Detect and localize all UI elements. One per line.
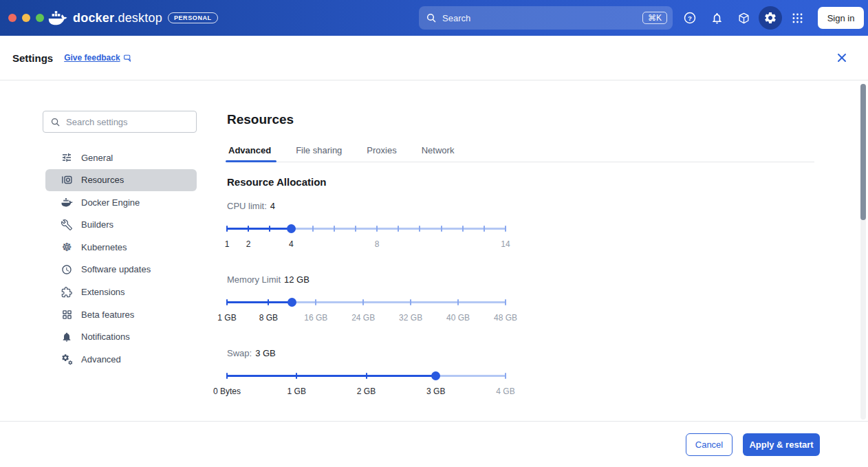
learning-center-icon[interactable]	[732, 6, 755, 30]
sidebar-item-kubernetes[interactable]: ☸ Kubernetes	[45, 236, 197, 258]
puzzle-icon	[61, 286, 73, 298]
slider-thumb[interactable]	[287, 224, 296, 233]
swap-slider[interactable]	[227, 371, 506, 380]
slider-scale-label: 1 GB	[287, 387, 306, 396]
settings-sidebar: General Resources	[0, 80, 220, 421]
page-title: Settings	[12, 52, 53, 64]
sidebar-item-docker-engine[interactable]: Docker Engine	[45, 191, 197, 213]
slider-scale-label: 4 GB	[496, 387, 514, 396]
slider-tick	[505, 299, 506, 305]
window-minimize-button[interactable]	[22, 14, 30, 22]
slider-scale-label: 8 GB	[259, 313, 278, 323]
sidebar-item-notifications[interactable]: Notifications	[45, 326, 197, 348]
help-icon[interactable]: ?	[678, 6, 702, 30]
sidebar-item-advanced[interactable]: Advanced	[45, 348, 197, 370]
slider-tick	[269, 226, 270, 232]
section-title: Resource Allocation	[227, 176, 814, 188]
sidebar-item-beta-features[interactable]: Beta features	[45, 303, 197, 325]
tab-advanced[interactable]: Advanced	[227, 145, 272, 162]
slider-fill	[227, 228, 291, 230]
main-content: Resources Advanced File sharing Proxies …	[227, 80, 814, 395]
window-zoom-button[interactable]	[36, 14, 44, 22]
slider-tick	[366, 373, 367, 379]
tune-icon	[61, 151, 73, 164]
slider-tick	[226, 299, 228, 305]
tab-proxies[interactable]: Proxies	[365, 145, 398, 162]
slider-scale-label: 3 GB	[426, 387, 445, 396]
slider-tick	[505, 373, 506, 379]
slider-tick	[462, 226, 464, 232]
scrollbar-thumb[interactable]	[860, 84, 866, 220]
sidebar-item-software-updates[interactable]: Software updates	[45, 259, 197, 281]
slider-scale-label: 48 GB	[494, 313, 517, 323]
gauge-icon	[61, 174, 73, 186]
resources-title: Resources	[227, 112, 814, 127]
slider-fill	[227, 301, 292, 303]
docker-desktop-logo: docker.desktop PERSONAL	[48, 0, 218, 36]
docker-desktop-window: docker.desktop PERSONAL Search ⌘K ?	[0, 0, 868, 467]
cpu-limit-slider[interactable]	[227, 224, 506, 233]
kubernetes-wheel-icon: ☸	[61, 241, 73, 253]
global-search-input[interactable]: Search ⌘K	[419, 6, 673, 30]
slider-tick	[355, 226, 356, 232]
slider-tick	[268, 299, 269, 305]
slider-tick	[248, 226, 249, 232]
settings-search-field[interactable]	[43, 111, 197, 133]
memory-limit-slider[interactable]	[227, 297, 506, 307]
sidebar-item-resources[interactable]: Resources	[45, 169, 197, 191]
slider-tick	[410, 299, 411, 305]
cpu-limit-block: CPU limit:4 124814	[227, 201, 506, 248]
slider-scale-label: 0 Bytes	[213, 387, 241, 396]
apply-restart-button[interactable]: Apply & restart	[743, 433, 820, 456]
slider-tick	[484, 226, 485, 232]
tab-network[interactable]: Network	[420, 145, 456, 162]
memory-limit-scale: 1 GB8 GB16 GB24 GB32 GB40 GB48 GB	[227, 313, 506, 322]
window-close-button[interactable]	[8, 14, 17, 22]
slider-tick	[457, 299, 459, 305]
scrollbar-track[interactable]	[860, 84, 866, 420]
settings-header: Settings Give feedback	[0, 36, 868, 80]
memory-limit-label: Memory Limit12 GB	[227, 274, 506, 285]
swap-block: Swap:3 GB 0 Bytes1 GB2 GB3 GB4 GB	[227, 348, 506, 395]
gear-icon[interactable]	[759, 6, 782, 30]
search-icon	[426, 12, 437, 23]
resources-tabs: Advanced File sharing Proxies Network	[227, 145, 814, 162]
footer-actions: Cancel Apply & restart	[0, 421, 868, 467]
slider-tick	[505, 226, 506, 232]
cancel-button[interactable]: Cancel	[686, 433, 733, 456]
squares-grid-icon	[61, 308, 73, 321]
settings-search-input[interactable]	[66, 117, 189, 127]
sidebar-item-builders[interactable]: Builders	[45, 214, 197, 236]
search-shortcut-badge: ⌘K	[642, 12, 667, 24]
clock-icon	[61, 263, 73, 276]
window-controls	[8, 14, 44, 22]
bell-icon[interactable]	[705, 6, 728, 30]
slider-scale-label: 24 GB	[351, 313, 375, 323]
slider-scale-label: 16 GB	[304, 313, 327, 323]
give-feedback-link[interactable]: Give feedback	[64, 53, 131, 63]
slider-tick	[296, 373, 297, 379]
slider-tick	[398, 226, 399, 232]
search-placeholder: Search	[442, 13, 642, 23]
slider-tick	[312, 226, 314, 232]
gears-icon	[61, 353, 73, 365]
slider-scale-label: 1	[225, 239, 230, 249]
slider-scale-label: 2	[246, 239, 251, 249]
slider-fill	[227, 375, 436, 377]
sidebar-item-general[interactable]: General	[45, 146, 197, 169]
slider-thumb[interactable]	[287, 298, 296, 307]
slider-tick	[226, 373, 228, 379]
topbar-actions: ?	[678, 0, 868, 36]
swap-label: Swap:3 GB	[227, 348, 506, 358]
slider-tick	[226, 226, 228, 232]
swap-scale: 0 Bytes1 GB2 GB3 GB4 GB	[227, 387, 506, 395]
slider-scale-label: 32 GB	[399, 313, 422, 323]
cpu-limit-label: CPU limit:4	[227, 201, 506, 211]
apps-grid-icon[interactable]	[785, 6, 809, 30]
tab-file-sharing[interactable]: File sharing	[294, 145, 343, 162]
slider-thumb[interactable]	[431, 371, 440, 380]
close-icon[interactable]	[834, 50, 850, 66]
sidebar-item-extensions[interactable]: Extensions	[45, 281, 197, 303]
cpu-limit-scale: 124814	[227, 239, 506, 248]
sign-in-button[interactable]: Sign in	[818, 7, 864, 29]
